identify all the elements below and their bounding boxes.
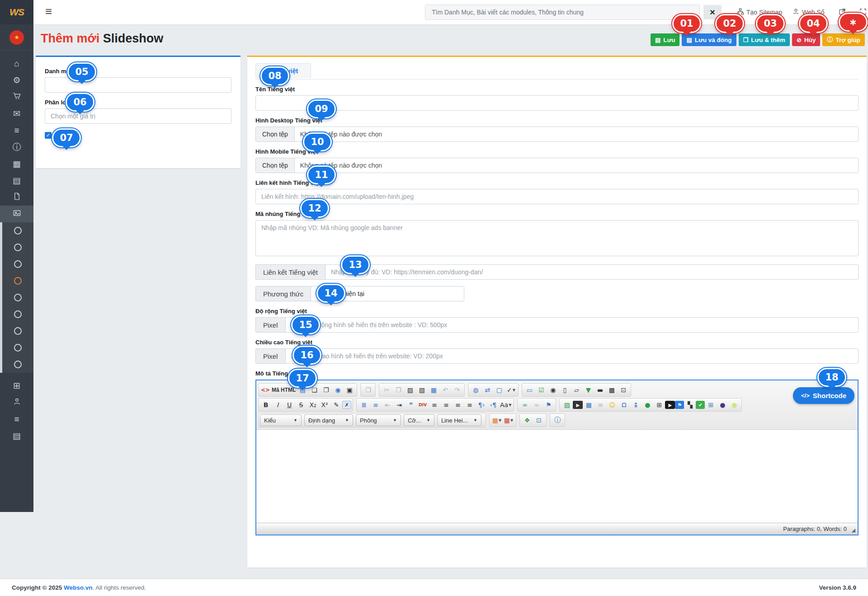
cut-icon[interactable]: ✂ [381,385,392,395]
blockquote-icon[interactable]: ” [405,399,417,410]
save-add-button[interactable]: ❐Lưu & thêm [739,33,790,46]
radio-icon[interactable]: ◉ [547,385,559,395]
sidebar-item-user[interactable] [0,394,33,411]
align-right-icon[interactable]: ≡ [452,399,464,410]
ordered-list-icon[interactable]: ≣ [358,399,370,410]
paste-text-icon[interactable]: ▧ [416,385,428,395]
rtl-icon[interactable]: ‹¶ [487,399,499,410]
italic-button[interactable]: I [272,399,283,410]
sphere-plugin-icon[interactable]: ● [717,399,728,410]
textfield-icon[interactable]: ▯ [559,385,571,395]
unlink-icon[interactable]: ∞ [531,399,542,410]
grid-plugin-icon[interactable]: ⊞ [705,399,717,410]
global-search-input[interactable] [425,5,700,20]
shortcode-button[interactable]: </> Shortcode [793,387,854,404]
text-color-icon[interactable]: ▦▼ [491,415,503,426]
hamburger-menu-icon[interactable]: ≡ [45,5,52,19]
vietnam-flag-avatar[interactable]: ★ [9,30,24,45]
webso-link[interactable]: Webso.vn [64,584,93,591]
lien-ket-input[interactable] [325,264,859,280]
superscript-button[interactable]: X² [319,399,330,410]
tab-insert-icon[interactable]: ⊞ [653,399,665,410]
checkbox-checked-icon[interactable]: ✓ [45,132,52,139]
paste-word-icon[interactable]: ▦ [428,385,439,395]
page-break-icon[interactable]: ↨ [630,399,642,410]
flag-icon[interactable]: ⚑ [675,401,684,409]
textarea-icon[interactable]: ▱ [571,385,582,395]
sidebar-item-info-square[interactable]: ⓘ [0,139,33,155]
check-plugin-icon[interactable]: ✔ [696,401,705,409]
hinh-mobile-file-input[interactable]: Chọn tệp Không có tệp nào được chọn [255,158,859,173]
button-icon[interactable]: ▬ [594,385,606,395]
source-code-button[interactable]: <>Mã HTML [260,385,297,395]
show-blocks-icon[interactable]: ⊡ [533,415,545,426]
spellcheck-icon[interactable]: ✓▼ [505,385,517,395]
chieu-cao-input[interactable] [285,348,859,364]
bold-button[interactable]: B [260,399,272,410]
hinh-desktop-file-input[interactable]: Chọn tệp Không có tệp nào được chọn [255,127,859,142]
sidebar-submenu-item[interactable] [2,222,33,239]
fullscreen-icon[interactable]: ❖ [521,415,533,426]
sidebar-item-list[interactable]: ≡ [0,411,33,427]
size-select[interactable]: Cỡ...▼ [404,414,434,426]
sidebar-item-cart[interactable] [0,89,33,105]
sidebar-submenu-item[interactable] [2,306,33,323]
sidebar-item-images[interactable] [0,206,33,222]
font-select[interactable]: Phông▼ [356,414,401,426]
sidebar-submenu-item[interactable] [2,256,33,272]
align-left-icon[interactable]: ≡ [429,399,440,410]
lien-ket-hinh-input[interactable] [255,189,859,204]
sidebar-item-gears[interactable]: ⚙ [0,72,33,89]
image-button-icon[interactable]: ▩ [606,385,618,395]
fieldset-icon[interactable]: ▭ [524,385,535,395]
align-center-icon[interactable]: ≡ [440,399,452,410]
bg-color-icon[interactable]: ▦▼ [503,415,514,426]
select-all-icon[interactable]: ▢ [493,385,505,395]
preview-icon[interactable]: ◉ [332,385,344,395]
select-icon[interactable]: ▼ [582,385,594,395]
do-rong-input[interactable] [285,317,859,333]
div-icon[interactable]: DIV [417,399,429,410]
sidebar-item-envelope[interactable]: ✉ [0,105,33,122]
media-icon[interactable]: ▶ [573,401,583,409]
link-icon[interactable]: ∞ [519,399,531,410]
strikethrough-button[interactable]: S [295,399,307,410]
ma-nhung-textarea[interactable] [255,220,859,256]
ltr-icon[interactable]: ¶› [476,399,487,410]
underline-button[interactable]: U [283,399,295,410]
editor-info-icon[interactable]: ⓘ [552,415,563,426]
lineheight-select[interactable]: Line Hei...▼ [437,414,481,426]
help-button[interactable]: ⓘTrợ giúp [822,33,865,46]
anchor-icon[interactable]: ⚑ [542,399,554,410]
layout-blocks-icon[interactable]: ▚ [684,399,696,410]
language-icon[interactable]: Aa▼ [499,399,512,410]
template-icon[interactable]: ❐ [320,385,332,395]
hr-icon[interactable]: ≡ [594,399,606,410]
youtube-icon[interactable]: ▶ [665,401,675,409]
redo-icon[interactable]: ↷ [451,385,463,395]
subscript-button[interactable]: X₂ [307,399,319,410]
sidebar-submenu-item[interactable] [2,356,33,373]
sidebar-submenu-item[interactable] [2,339,33,356]
sidebar-submenu-item[interactable] [2,272,33,289]
find-replace-icon[interactable]: ⇄ [481,385,493,395]
ten-input[interactable] [255,95,859,111]
outdent-icon[interactable]: ⇤ [382,399,393,410]
find-icon[interactable]: ◍ [470,385,481,395]
sidebar-submenu-item[interactable] [2,289,33,306]
copy-page-icon[interactable]: ❒ [362,385,374,395]
insert-image-icon[interactable]: ▨ [561,399,573,410]
emoticon-icon[interactable]: ☺ [606,399,618,410]
sidebar-submenu-item[interactable] [2,323,33,339]
iframe-icon[interactable]: ● [642,399,653,410]
resize-grip-icon[interactable]: ◢ [852,527,855,533]
indent-icon[interactable]: ⇥ [393,399,405,410]
sidebar-item-file[interactable] [0,189,33,206]
sidebar-item-menu-lines[interactable]: ≡ [0,122,33,139]
choose-file-button[interactable]: Chọn tệp [256,158,295,173]
sidebar-submenu-item[interactable] [2,239,33,256]
special-char-icon[interactable]: Ω [618,399,630,410]
checkbox-icon[interactable]: ☑ [535,385,547,395]
format-select[interactable]: Định dạng▼ [304,414,353,426]
cleanup-html-icon[interactable]: ✗ [342,401,351,409]
